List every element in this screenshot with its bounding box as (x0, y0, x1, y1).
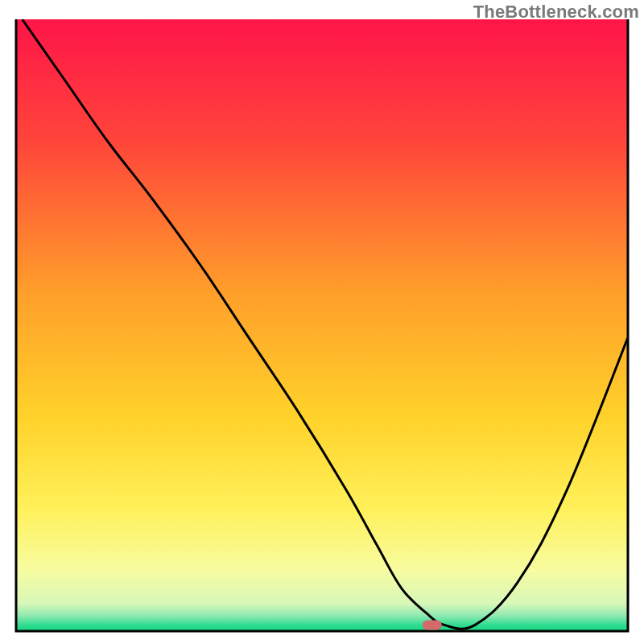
optimal-marker (423, 620, 442, 630)
chart-container: TheBottleneck.com (0, 0, 644, 644)
bottleneck-chart (0, 0, 644, 644)
gradient-background (16, 19, 628, 631)
watermark-label: TheBottleneck.com (473, 2, 639, 23)
